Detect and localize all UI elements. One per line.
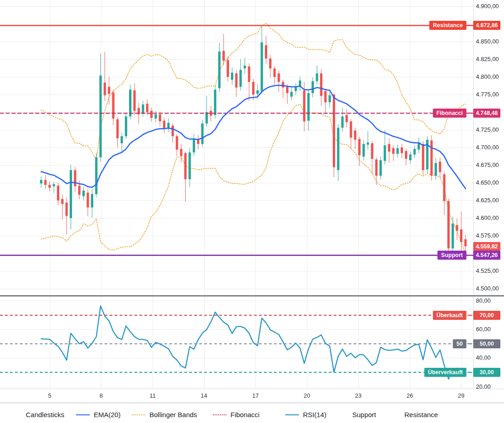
legend-dotted-swatch	[213, 414, 226, 415]
legend-item-bollinger-bands[interactable]: Bollinger Bands	[132, 406, 197, 423]
time-axis-tick: 29	[458, 392, 464, 399]
last-price-label: 4.559,82	[473, 242, 500, 251]
rsi-overbought-dash	[467, 315, 472, 316]
time-axis-tick: 8	[100, 392, 103, 399]
panel-separator[interactable]	[0, 295, 504, 296]
legend-item-label: Resistance	[404, 411, 438, 418]
rsi-oversold-label: Überverkauft 30,00	[424, 368, 500, 377]
price-axis-tick: 4.775,00	[476, 91, 503, 98]
resistance-level-label: Resistance 4.872,86	[429, 21, 500, 30]
candlestick-rsi-chart-canvas[interactable]	[0, 0, 473, 406]
price-axis-tick: 4.625,00	[476, 197, 503, 204]
rsi-oversold-dash	[467, 372, 472, 373]
price-axis-tick: 4.525,00	[476, 267, 503, 275]
resistance-tag: Resistance	[429, 21, 466, 30]
resistance-value: 4.872,86	[473, 21, 500, 30]
legend-line-swatch	[285, 414, 299, 415]
price-axis-tick: 4.800,00	[476, 73, 503, 81]
fibonacci-value: 4.748,48	[473, 109, 500, 118]
legend-item-label: Bollinger Bands	[149, 411, 197, 418]
support-tag: Support	[437, 251, 466, 260]
rsi-overbought-label: Überkauft 70,00	[433, 311, 500, 320]
rsi-axis-tick: 40,00	[476, 354, 503, 361]
price-axis-tick: 4.900,00	[476, 3, 503, 10]
legend-item-support[interactable]: Support	[352, 406, 376, 423]
legend-item-label: Candlesticks	[26, 411, 64, 418]
price-axis-tick: 4.675,00	[476, 162, 503, 169]
fibonacci-dash	[467, 113, 472, 114]
trading-chart-app: 4.900,004.850,004.825,004.800,004.775,00…	[0, 0, 504, 423]
time-axis-tick: 26	[407, 392, 413, 399]
price-axis-tick: 4.575,00	[476, 232, 503, 239]
legend-item-rsi-14-[interactable]: RSI(14)	[285, 406, 326, 423]
price-axis-border	[473, 0, 474, 389]
time-axis-tick: 20	[304, 392, 310, 399]
rsi-overbought-tag: Überkauft	[433, 311, 466, 320]
price-axis-tick: 4.850,00	[476, 38, 503, 45]
price-axis-tick: 4.725,00	[476, 126, 503, 133]
time-axis-tick: 14	[201, 392, 207, 399]
rsi-midline-label: 50 50,00	[453, 339, 500, 348]
legend-item-resistance[interactable]: Resistance	[404, 406, 438, 423]
rsi-midline-tag: 50	[453, 339, 466, 348]
rsi-axis-tick: 60,00	[476, 326, 503, 333]
legend-item-label: Fibonacci	[230, 411, 259, 418]
time-axis-tick: 11	[149, 392, 156, 399]
time-axis-tick: 23	[355, 392, 361, 399]
legend-separator	[0, 403, 504, 403]
legend-item-label: RSI(14)	[303, 411, 326, 418]
rsi-axis-tick: 20,00	[476, 383, 503, 390]
support-level-label: Support 4.547,26	[437, 251, 500, 260]
legend-item-ema-20-[interactable]: EMA(20)	[76, 406, 120, 423]
legend-item-candlesticks[interactable]: Candlesticks	[26, 406, 64, 423]
price-axis-tick: 4.825,00	[476, 56, 503, 63]
price-axis-tick: 4.500,00	[476, 285, 503, 292]
time-axis-separator	[0, 389, 504, 389]
rsi-axis-tick: 80,00	[476, 297, 503, 304]
legend-line-swatch	[76, 414, 90, 415]
legend-dotted-swatch	[132, 414, 145, 415]
legend-item-label: EMA(20)	[94, 411, 120, 418]
last-price-value: 4.559,82	[473, 242, 500, 251]
fibonacci-tag: Fibonacci	[433, 109, 466, 118]
legend-item-fibonacci[interactable]: Fibonacci	[213, 406, 259, 423]
price-axis-tick: 4.700,00	[476, 144, 503, 151]
legend-item-label: Support	[352, 411, 376, 418]
rsi-midline-dash	[467, 343, 472, 344]
time-axis-tick: 5	[48, 392, 51, 399]
rsi-oversold-value: 30,00	[473, 368, 500, 377]
time-axis-tick: 17	[252, 392, 259, 399]
rsi-overbought-value: 70,00	[473, 311, 500, 320]
support-value: 4.547,26	[473, 251, 500, 260]
rsi-midline-value: 50,00	[473, 339, 500, 348]
price-axis-tick: 4.600,00	[476, 214, 503, 222]
support-dash	[467, 255, 472, 256]
chart-legend: CandlesticksEMA(20)Bollinger BandsFibona…	[0, 406, 504, 423]
fibonacci-level-label: Fibonacci 4.748,48	[433, 109, 500, 118]
resistance-dash	[467, 25, 472, 26]
price-axis-tick: 4.650,00	[476, 179, 503, 186]
rsi-oversold-tag: Überverkauft	[424, 368, 466, 377]
